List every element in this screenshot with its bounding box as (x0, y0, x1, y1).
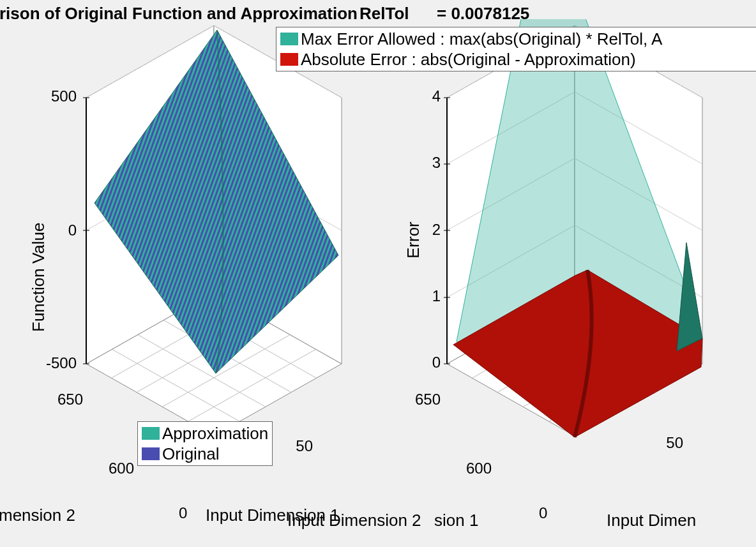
left-legend[interactable]: Approximation Original (137, 421, 273, 466)
right-ztick-2: 2 (423, 221, 441, 239)
right-ztick-4: 4 (423, 87, 441, 105)
legend-item-abs-error[interactable]: Absolute Error : abs(Original - Approxim… (280, 49, 752, 70)
left-ytick-650: 650 (38, 391, 83, 408)
left-zlabel: Function Value (29, 222, 49, 332)
left-ztick-500: 500 (38, 87, 77, 105)
right-xlabel: Input Dimen (607, 511, 696, 530)
legend-item-original[interactable]: Original (142, 444, 268, 464)
right-xtick-50: 50 (651, 434, 683, 452)
legend-label: Approximation (162, 423, 268, 444)
swatch-teal-icon (142, 427, 160, 440)
legend-item-approximation[interactable]: Approximation (142, 423, 268, 444)
left-ylabel: mension 2 (0, 506, 75, 525)
legend-label: Max Error Allowed : max(abs(Original) * … (301, 29, 662, 49)
right-ztick-1: 1 (423, 287, 441, 305)
left-ytick-600: 600 (89, 460, 134, 477)
right-ytick-600: 600 (447, 460, 492, 477)
right-legend[interactable]: Max Error Allowed : max(abs(Original) * … (276, 27, 756, 71)
right-ztick-0: 0 (423, 354, 441, 371)
right-ylabel: Input Dimension 2 (287, 511, 421, 530)
right-ztick-3: 3 (423, 154, 441, 172)
right-ytick-650: 650 (396, 391, 441, 408)
swatch-red-icon (280, 53, 298, 66)
right-ylabel-sion1: sion 1 (434, 511, 478, 530)
right-xtick-0: 0 (539, 504, 558, 522)
right-zlabel: Error (404, 221, 423, 259)
legend-label: Absolute Error : abs(Original - Approxim… (301, 49, 636, 70)
left-xtick-0: 0 (179, 504, 198, 522)
swatch-teal-icon (280, 33, 298, 45)
legend-item-max-error[interactable]: Max Error Allowed : max(abs(Original) * … (280, 29, 752, 49)
legend-label: Original (162, 444, 220, 464)
swatch-purple-icon (142, 447, 160, 460)
left-ztick-neg500: -500 (32, 354, 77, 372)
left-xtick-50: 50 (281, 437, 313, 455)
